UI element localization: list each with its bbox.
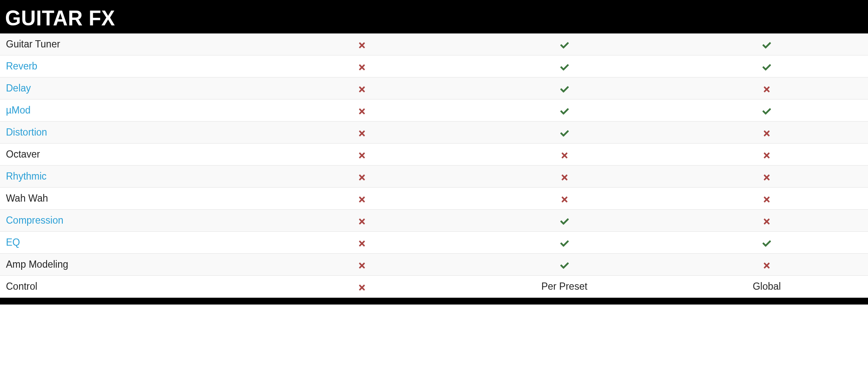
table-icon-cell [261,232,463,254]
times-icon [358,283,366,291]
table-icon-cell [665,100,868,122]
table-icon-cell [463,122,666,144]
section-title: GUITAR FX [5,6,863,30]
row-label: Amp Modeling [0,254,261,276]
times-icon [358,107,366,115]
row-label[interactable]: EQ [0,232,261,254]
table-icon-cell [665,210,868,232]
times-icon [358,41,366,49]
row-label: Wah Wah [0,188,261,210]
table-icon-cell [665,254,868,276]
times-icon [560,151,569,159]
row-label[interactable]: µMod [0,100,261,122]
table-icon-cell [665,144,868,166]
times-icon [358,63,366,71]
row-label[interactable]: Compression [0,210,261,232]
table-icon-cell [463,232,666,254]
times-icon [762,151,771,159]
table-icon-cell [261,55,463,78]
feature-table: Guitar TunerReverbDelayµModDistortionOct… [0,33,868,298]
check-icon [560,129,569,137]
check-icon [762,41,771,49]
row-label: Control [0,276,261,298]
table-icon-cell [261,276,463,298]
times-icon [358,195,366,203]
footer-bar [0,298,868,305]
times-icon [762,261,771,269]
check-icon [560,261,569,269]
times-icon [762,173,771,181]
times-icon [762,129,771,137]
table-row: Delay [0,78,868,100]
table-icon-cell [665,166,868,188]
check-icon [560,217,569,225]
table-icon-cell [261,33,463,55]
table-icon-cell [463,78,666,100]
table-text-cell: Per Preset [463,276,666,298]
table-icon-cell [463,144,666,166]
table-icon-cell [463,188,666,210]
table-text-cell: Global [665,276,868,298]
table-row: Wah Wah [0,188,868,210]
check-icon [560,41,569,49]
table-row: EQ [0,232,868,254]
table-icon-cell [261,100,463,122]
table-icon-cell [665,78,868,100]
check-icon [560,107,569,115]
table-icon-cell [665,55,868,78]
table-row: Guitar Tuner [0,33,868,55]
table-icon-cell [463,166,666,188]
table-icon-cell [261,144,463,166]
table-row: Amp Modeling [0,254,868,276]
times-icon [560,173,569,181]
table-row: µMod [0,100,868,122]
table-icon-cell [463,33,666,55]
times-icon [358,261,366,269]
table-row: Rhythmic [0,166,868,188]
check-icon [560,63,569,71]
table-row: Distortion [0,122,868,144]
times-icon [762,85,771,93]
table-row: Reverb [0,55,868,78]
table-icon-cell [261,188,463,210]
table-icon-cell [261,210,463,232]
table-icon-cell [463,55,666,78]
times-icon [358,217,366,225]
table-row: ControlPer PresetGlobal [0,276,868,298]
check-icon [560,239,569,247]
times-icon [560,195,569,203]
times-icon [358,85,366,93]
table-icon-cell [463,210,666,232]
times-icon [358,239,366,247]
times-icon [358,129,366,137]
table-icon-cell [261,122,463,144]
check-icon [762,63,771,71]
section-header: GUITAR FX [0,0,868,33]
table-icon-cell [261,254,463,276]
row-label[interactable]: Rhythmic [0,166,261,188]
check-icon [560,85,569,93]
table-icon-cell [261,78,463,100]
table-icon-cell [463,100,666,122]
check-icon [762,107,771,115]
table-icon-cell [665,122,868,144]
check-icon [762,239,771,247]
table-icon-cell [665,33,868,55]
row-label[interactable]: Distortion [0,122,261,144]
table-icon-cell [463,254,666,276]
table-row: Compression [0,210,868,232]
table-icon-cell [665,232,868,254]
table-icon-cell [665,188,868,210]
times-icon [358,173,366,181]
row-label: Guitar Tuner [0,33,261,55]
table-row: Octaver [0,144,868,166]
row-label: Octaver [0,144,261,166]
row-label[interactable]: Delay [0,78,261,100]
row-label[interactable]: Reverb [0,55,261,78]
times-icon [762,195,771,203]
table-icon-cell [261,166,463,188]
times-icon [358,151,366,159]
times-icon [762,217,771,225]
